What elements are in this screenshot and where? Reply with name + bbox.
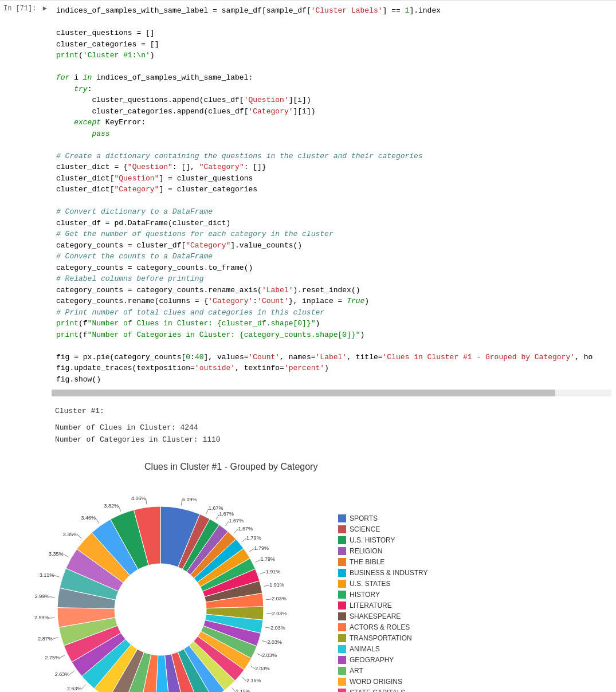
legend-color-box <box>338 656 346 664</box>
svg-line-36 <box>96 518 99 523</box>
code-line: cluster_questions.append(clues_df['Quest… <box>56 95 611 106</box>
donut-chart: 6.09%1.67%1.67%1.67%1.67%1.79%1.79%1.79%… <box>34 478 321 692</box>
scrollbar-thumb[interactable] <box>52 390 555 396</box>
legend-color-box <box>338 536 346 544</box>
categories-count: Number of Categories in Cluster: 1110 <box>55 434 611 446</box>
legend-label: WORD ORIGINS <box>350 678 402 686</box>
run-indicator: ▶ <box>43 5 47 13</box>
horizontal-scrollbar[interactable] <box>52 390 611 396</box>
legend-color-box <box>338 667 346 675</box>
chart-label: 3.35% <box>63 532 78 537</box>
chart-label: 2.03% <box>272 611 287 616</box>
code-line: # Convert the counts to a DataFrame <box>56 251 611 262</box>
svg-line-31 <box>49 618 55 619</box>
code-line: cluster_dict["Category"] = cluster_categ… <box>56 184 611 195</box>
legend-item: BUSINESS & INDUSTRY <box>338 569 427 577</box>
code-line <box>56 195 611 207</box>
code-line: # Relabel columns before printing <box>56 273 611 285</box>
legend-color-box <box>338 580 346 588</box>
chart-label: 2.15% <box>236 689 250 692</box>
code-line: try: <box>56 84 611 95</box>
svg-line-14 <box>257 654 262 656</box>
code-line <box>56 340 611 352</box>
code-line: indices_of_samples_with_same_label = sam… <box>56 5 611 17</box>
chart-label: 2.03% <box>272 596 287 602</box>
code-line: cluster_categories.append(clues_df['Cate… <box>56 106 611 117</box>
svg-line-9 <box>264 585 270 587</box>
legend-label: HISTORY <box>350 591 380 599</box>
legend-color-box <box>338 558 346 566</box>
code-line: # Create a dictionary containing the que… <box>56 151 611 162</box>
code-line: # Convert dictionary to a DataFrame <box>56 206 611 218</box>
legend-item: LITERATURE <box>338 601 427 610</box>
legend-color-box <box>338 514 346 522</box>
chart-label: 3.46% <box>81 516 96 521</box>
chart-section: Clues in Cluster #1 - Grouped by Categor… <box>34 462 427 692</box>
svg-line-12 <box>265 627 270 628</box>
code-line: fig.update_traces(textposition='outside'… <box>56 363 611 374</box>
legend-color-box <box>338 591 346 599</box>
chart-label: 2.99% <box>34 615 49 621</box>
code-line: pass <box>56 128 611 140</box>
code-area: indices_of_samples_with_same_label = sam… <box>52 3 616 387</box>
chart-label: 3.11% <box>40 572 54 578</box>
code-cell: In [71]: ▶ indices_of_samples_with_same_… <box>0 0 616 390</box>
code-line: cluster_questions = [] <box>56 27 611 39</box>
svg-line-28 <box>69 671 74 675</box>
chart-label: 6.09% <box>182 497 197 502</box>
chart-label: 1.91% <box>269 582 284 588</box>
svg-line-38 <box>146 499 147 505</box>
code-line: category_counts = category_counts.rename… <box>56 285 611 296</box>
code-line: category_counts = cluster_df["Category"]… <box>56 240 611 251</box>
cell-label: In [71]: ▶ <box>0 3 52 387</box>
svg-line-5 <box>242 538 246 542</box>
code-line: print(f"Number of Categories in Cluster:… <box>56 329 611 341</box>
chart-label: 2.63% <box>55 671 70 677</box>
legend-color-box <box>338 678 346 686</box>
legend-item: THE BIBLE <box>338 558 427 566</box>
legend-item: SPORTS <box>338 514 427 522</box>
svg-line-35 <box>77 535 81 539</box>
svg-line-7 <box>256 560 261 562</box>
svg-line-16 <box>242 678 246 681</box>
legend-label: LITERATURE <box>350 601 392 610</box>
legend-label: TRANSPORTATION <box>350 634 412 642</box>
chart-label: 2.75% <box>45 655 60 660</box>
chart-label: 1.79% <box>246 535 261 541</box>
chart-title: Clues in Cluster #1 - Grouped by Categor… <box>34 462 427 472</box>
svg-line-32 <box>49 597 55 597</box>
legend-label: SPORTS <box>350 514 378 522</box>
legend-color-box <box>338 634 346 642</box>
code-line: cluster_dict["Question"] = cluster_quest… <box>56 173 611 184</box>
chart-label: 2.03% <box>255 666 270 671</box>
svg-line-4 <box>234 529 238 533</box>
legend-item: GEOGRAPHY <box>338 656 427 664</box>
legend-item: RELIGION <box>338 547 427 555</box>
legend-label: SCIENCE <box>350 525 380 533</box>
code-line: fig = px.pie(category_counts[0:40], valu… <box>56 352 611 363</box>
legend-item: ART <box>338 667 427 675</box>
legend-label: SHAKESPEARE <box>350 612 401 620</box>
chart-label: 3.35% <box>49 551 64 557</box>
svg-line-8 <box>260 572 265 574</box>
chart-label: 2.03% <box>267 639 282 645</box>
legend-label: STATE CAPITALS <box>350 689 405 692</box>
donut-svg: 6.09%1.67%1.67%1.67%1.67%1.79%1.79%1.79%… <box>34 478 321 692</box>
svg-line-13 <box>262 641 268 643</box>
code-line <box>56 17 611 28</box>
legend-label: U.S. STATES <box>350 580 391 588</box>
code-line: # Print number of total clues and catego… <box>56 307 611 319</box>
legend-color-box <box>338 612 346 620</box>
legend-item: U.S. HISTORY <box>338 536 427 544</box>
legend-label: U.S. HISTORY <box>350 536 395 544</box>
legend-label: ART <box>350 667 363 675</box>
legend-label: THE BIBLE <box>350 558 384 566</box>
chart-container: Clues in Cluster #1 - Grouped by Categor… <box>0 450 616 692</box>
output-area: Cluster #1: Number of Clues in Cluster: … <box>0 401 616 450</box>
code-line: for i in indices_of_samples_with_same_la… <box>56 72 611 84</box>
svg-line-33 <box>54 576 60 577</box>
legend-color-box <box>338 689 346 692</box>
legend-label: ANIMALS <box>350 645 380 653</box>
chart-label: 1.67% <box>209 506 223 512</box>
chart-label: 1.67% <box>238 526 253 532</box>
